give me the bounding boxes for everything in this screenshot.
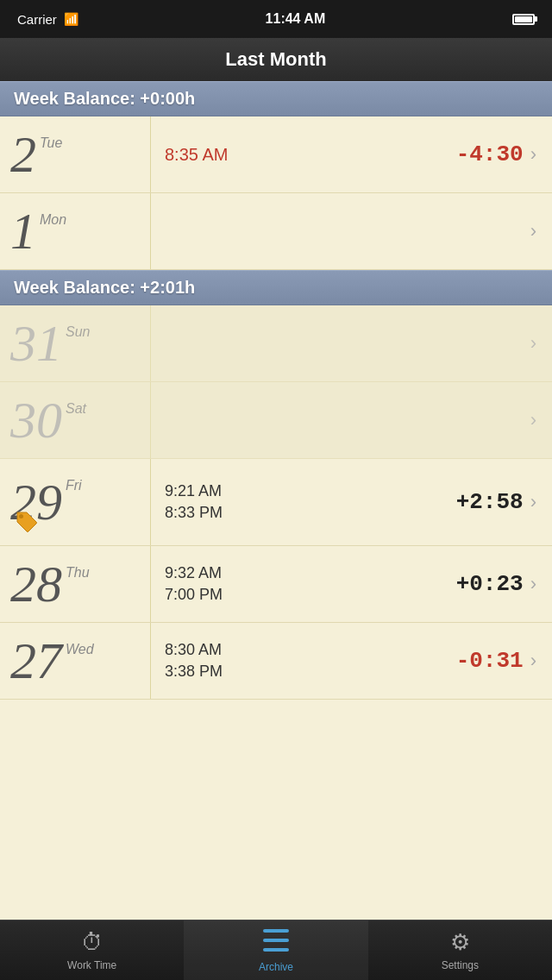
day-row-29[interactable]: 29 Fri 9:21 AM 8:33 PM +2:58 › — [0, 459, 552, 546]
day-cell-28: 28 Thu — [0, 546, 151, 622]
balance-cell-2: -4:30 › — [423, 141, 552, 167]
tab-bar: ⏱ Work Time Archive ⚙ Settings — [0, 920, 552, 980]
content-scroll[interactable]: Week Balance: +0:00h 2 Tue 8:35 AM -4:30… — [0, 81, 552, 920]
day-row-1[interactable]: 1 Mon › — [0, 193, 552, 270]
day-number-2: 2 — [10, 129, 36, 180]
day-name-29: Fri — [66, 468, 82, 493]
tab-settings-label: Settings — [442, 959, 479, 971]
tab-settings[interactable]: ⚙ Settings — [368, 920, 552, 980]
day-tag-29 — [14, 509, 38, 537]
list-icon — [261, 927, 291, 958]
chevron-2: › — [530, 143, 536, 166]
day-row-27[interactable]: 27 Wed 8:30 AM 3:38 PM -0:31 › — [0, 623, 552, 700]
battery-indicator — [512, 14, 535, 25]
chevron-28: › — [530, 573, 536, 595]
page-header: Last Month — [0, 38, 552, 81]
day-name-27: Wed — [66, 631, 94, 657]
balance-27: -0:31 — [456, 648, 524, 674]
week-balance-1: Week Balance: +0:00h — [0, 81, 552, 116]
day-number-28: 28 — [10, 558, 62, 610]
times-cell-28: 9:32 AM 7:00 PM — [151, 554, 423, 614]
day-number-27: 27 — [10, 635, 62, 687]
day-cell-27: 27 Wed — [0, 623, 151, 699]
time-in-28: 9:32 AM — [165, 564, 409, 582]
balance-cell-29: +2:58 › — [423, 489, 552, 515]
times-cell-29: 9:21 AM 8:33 PM — [151, 472, 423, 532]
day-row-31[interactable]: 31 Sun › — [0, 305, 552, 382]
day-number-30: 30 — [10, 394, 62, 446]
chevron-1: › — [530, 220, 536, 242]
day-name-2: Tue — [40, 125, 62, 151]
status-left: Carrier 📶 — [17, 12, 78, 27]
week-balance-2: Week Balance: +2:01h — [0, 270, 552, 305]
svg-rect-1 — [263, 929, 289, 933]
day-number-31: 31 — [10, 317, 62, 369]
week-balance-1-text: Week Balance: +0:00h — [14, 89, 195, 108]
time-out-27: 3:38 PM — [165, 663, 409, 681]
balance-28: +0:23 — [456, 571, 524, 597]
tag-icon — [14, 509, 38, 533]
day-row-30[interactable]: 30 Sat › — [0, 382, 552, 459]
day-row-28[interactable]: 28 Thu 9:32 AM 7:00 PM +0:23 › — [0, 546, 552, 623]
svg-rect-3 — [263, 948, 289, 952]
day-cell-30: 30 Sat — [0, 382, 151, 458]
balance-cell-1: › — [423, 220, 552, 242]
chevron-31: › — [530, 332, 536, 355]
week-balance-2-text: Week Balance: +2:01h — [14, 278, 195, 297]
svg-rect-2 — [263, 939, 289, 942]
time-in-29: 9:21 AM — [165, 482, 409, 500]
times-cell-31 — [151, 333, 423, 354]
times-cell-1 — [151, 221, 423, 242]
day-cell-2: 2 Tue — [0, 116, 151, 192]
tab-archive[interactable]: Archive — [184, 920, 367, 980]
gear-icon: ⚙ — [450, 929, 470, 956]
times-cell-27: 8:30 AM 3:38 PM — [151, 631, 423, 691]
balance-29: +2:58 — [456, 489, 524, 515]
tab-work-time-label: Work Time — [67, 959, 116, 971]
times-cell-2: 8:35 AM — [151, 135, 423, 175]
day-cell-1: 1 Mon — [0, 193, 151, 269]
balance-cell-27: -0:31 › — [423, 648, 552, 674]
day-cell-31: 31 Sun — [0, 305, 151, 381]
status-bar: Carrier 📶 11:44 AM — [0, 0, 552, 38]
balance-cell-31: › — [423, 332, 552, 355]
time-in-2: 8:35 AM — [165, 145, 409, 165]
chevron-27: › — [530, 650, 536, 672]
page-title: Last Month — [225, 48, 326, 71]
day-cell-29: 29 Fri — [0, 459, 151, 545]
svg-point-0 — [19, 514, 23, 518]
carrier-label: Carrier — [17, 12, 57, 27]
day-name-31: Sun — [66, 314, 90, 340]
day-row-2[interactable]: 2 Tue 8:35 AM -4:30 › — [0, 116, 552, 193]
day-name-1: Mon — [40, 202, 66, 228]
wifi-icon: 📶 — [64, 12, 78, 26]
tab-work-time[interactable]: ⏱ Work Time — [0, 920, 184, 980]
day-number-1: 1 — [10, 205, 36, 257]
balance-cell-30: › — [423, 409, 552, 431]
status-time: 11:44 AM — [266, 11, 326, 27]
time-out-29: 8:33 PM — [165, 504, 409, 522]
day-name-28: Thu — [66, 555, 90, 581]
times-cell-30 — [151, 410, 423, 430]
stopwatch-icon: ⏱ — [81, 929, 104, 956]
chevron-29: › — [530, 491, 536, 513]
balance-2: -4:30 — [456, 141, 524, 167]
day-name-30: Sat — [66, 391, 86, 417]
balance-cell-28: +0:23 › — [423, 571, 552, 597]
chevron-30: › — [530, 409, 536, 431]
tab-archive-label: Archive — [259, 961, 293, 973]
time-out-28: 7:00 PM — [165, 586, 409, 604]
time-in-27: 8:30 AM — [165, 641, 409, 659]
